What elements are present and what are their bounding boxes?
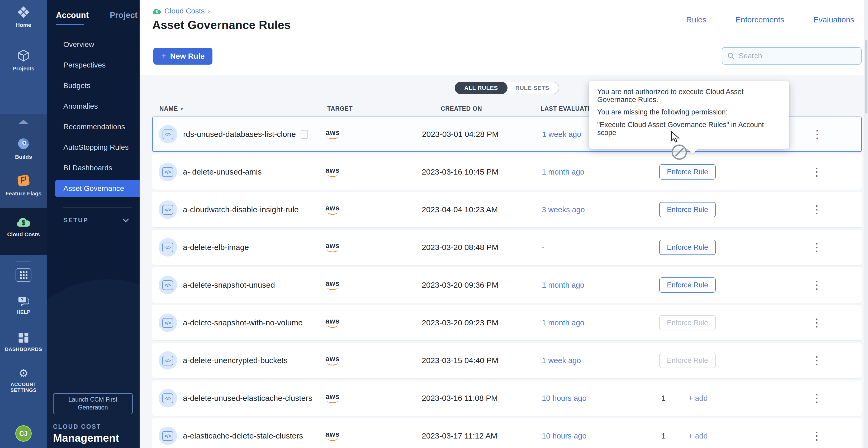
last-evaluation-link[interactable]: 1 month ago (542, 318, 659, 327)
new-rule-button[interactable]: + New Rule (153, 48, 212, 65)
toggle-rule-sets[interactable]: RULE SETS (498, 82, 559, 94)
last-evaluation-link[interactable]: 10 hours ago (542, 432, 659, 440)
table-row[interactable]: </> a-elasticache-delete-stale-clusters … (152, 418, 862, 448)
page-title: Asset Governance Rules (152, 19, 291, 32)
svg-text:?: ? (21, 298, 24, 302)
table-row[interactable]: </> a-delete-elb-image aws 2023-03-20 08… (152, 230, 862, 265)
module-eyebrow: CLOUD COST (53, 423, 133, 430)
row-menu-kebab-icon[interactable]: ⋮ (808, 317, 826, 328)
rule-name: a-delete-elb-image (183, 243, 249, 252)
sidebar-item-budgets[interactable]: Budgets (47, 75, 140, 96)
rule-icon: </> (159, 125, 177, 143)
table-row[interactable]: </> a- delete-unused-amis aws 2023-03-16… (152, 154, 862, 189)
created-on-value: 2023-03-16 10:45 PM (422, 167, 542, 176)
enforce-rule-button[interactable]: Enforce Rule (659, 164, 716, 179)
table-row[interactable]: </> a-cloudwatch-disable-insight-rule aw… (152, 192, 862, 227)
sidebar-item-autostopping-rules[interactable]: AutoStopping Rules (47, 137, 140, 158)
aws-logo-icon: aws (326, 242, 340, 252)
user-avatar[interactable]: CJ (15, 425, 32, 442)
enforce-rule-button[interactable]: Enforce Rule (659, 277, 716, 293)
row-menu-kebab-icon[interactable]: ⋮ (808, 242, 826, 253)
add-enforcement-link[interactable]: + add (688, 394, 708, 403)
nav-link-evaluations[interactable]: Evaluations (813, 15, 854, 24)
rule-name: a-delete-snapshot-with-no-volume (183, 318, 303, 327)
column-header-name[interactable]: NAME ▾ (159, 105, 327, 112)
rail-item-cloud-costs[interactable]: $ Cloud Costs (7, 216, 40, 238)
aws-logo-text: aws (326, 280, 340, 287)
table-row[interactable]: </> a-delete-snapshot-unused aws 2023-03… (152, 267, 862, 303)
sidebar-item-recommendations[interactable]: Recommendations (47, 116, 140, 137)
sidebar-item-bi-dashboards[interactable]: BI Dashboards (47, 158, 140, 178)
enforcement-count: 1 (661, 432, 665, 440)
row-menu-kebab-icon[interactable]: ⋮ (808, 129, 826, 140)
created-on-value: 2023-03-15 04:40 PM (422, 356, 542, 365)
table-row[interactable]: </> a-delete-unused-elasticache-clusters… (152, 380, 862, 416)
rail-item-dashboards[interactable]: DASHBOARDS (5, 332, 42, 352)
last-evaluation-link[interactable]: 1 month ago (542, 168, 659, 176)
nav-link-enforcements[interactable]: Enforcements (736, 15, 784, 24)
toggle-all-rules[interactable]: ALL RULES (455, 82, 507, 94)
created-on-value: 2023-03-20 09:36 PM (422, 281, 542, 289)
rule-name: rds-unused-databases-list-clone (183, 130, 296, 139)
enforce-rule-button[interactable]: Enforce Rule (659, 353, 716, 368)
enforce-rule-button[interactable]: Enforce Rule (659, 315, 716, 331)
avatar-initials: CJ (19, 430, 28, 438)
scope-tabs: Account Project (47, 0, 140, 25)
row-menu-kebab-icon[interactable]: ⋮ (808, 430, 826, 441)
rail-item-projects[interactable]: Projects (13, 49, 35, 72)
launch-ccm-first-gen-button[interactable]: Launch CCM First Generation (53, 393, 133, 414)
row-menu-kebab-icon[interactable]: ⋮ (808, 166, 826, 177)
svg-text:$: $ (22, 219, 25, 226)
last-evaluation-link[interactable]: 1 month ago (542, 281, 659, 289)
row-menu-kebab-icon[interactable]: ⋮ (808, 204, 826, 215)
last-evaluation-link[interactable]: 10 hours ago (542, 394, 659, 403)
row-menu-kebab-icon[interactable]: ⋮ (808, 279, 826, 290)
sidebar-item-asset-governance[interactable]: Asset Governance (55, 180, 140, 197)
nav-link-rules[interactable]: Rules (686, 15, 707, 24)
aws-smile-swoosh (327, 363, 338, 366)
rule-icon: </> (159, 389, 177, 407)
rail-item-builds[interactable]: Builds (15, 137, 32, 160)
toolbar: + New Rule (140, 38, 868, 75)
rule-icon: </> (159, 200, 177, 219)
last-evaluation-link[interactable]: 3 weeks ago (542, 205, 659, 214)
governance-nav: Rules Enforcements Evaluations (686, 15, 854, 24)
tab-project[interactable]: Project (110, 10, 137, 25)
page-scrollbar[interactable] (864, 0, 868, 448)
cloud-costs-sidebar: Account Project Overview Perspectives Bu… (47, 0, 140, 448)
aws-logo-text: aws (326, 242, 340, 249)
row-menu-kebab-icon[interactable]: ⋮ (808, 355, 826, 366)
row-menu-kebab-icon[interactable]: ⋮ (808, 392, 826, 404)
table-row[interactable]: </> a-delete-unencrypted-buckets aws 202… (152, 343, 862, 378)
search-input[interactable] (739, 52, 857, 60)
sidebar-item-overview[interactable]: Overview (47, 34, 140, 55)
rail-item-feature-flags[interactable]: Feature Flags (5, 173, 42, 197)
rule-icon: </> (159, 238, 177, 256)
table-row[interactable]: </> a-delete-snapshot-with-no-volume aws… (152, 305, 862, 340)
tooltip-line: You are missing the following permission… (597, 108, 781, 116)
builds-icon (17, 137, 31, 151)
copy-icon[interactable] (301, 130, 308, 139)
last-evaluation-link[interactable]: 1 week ago (542, 356, 659, 365)
rail-item-account-settings[interactable]: ⚙ ACCOUNT SETTINGS (4, 368, 43, 394)
setup-section-toggle[interactable]: SETUP (47, 208, 140, 224)
tab-account[interactable]: Account (56, 10, 89, 25)
sidebar-item-anomalies[interactable]: Anomalies (47, 96, 140, 116)
scrollbar-thumb[interactable] (865, 40, 867, 113)
enforce-rule-button[interactable]: Enforce Rule (659, 240, 716, 255)
sidebar-item-perspectives[interactable]: Perspectives (47, 55, 140, 75)
enforce-rule-button[interactable]: Enforce Rule (659, 202, 716, 217)
module-picker-button[interactable] (16, 268, 31, 282)
rail-label: Cloud Costs (7, 231, 40, 238)
breadcrumb-link-cloud-costs[interactable]: Cloud Costs (164, 7, 205, 15)
rail-item-help[interactable]: ? HELP (17, 296, 31, 315)
add-enforcement-link[interactable]: + add (688, 432, 708, 440)
rail-divider (16, 262, 31, 262)
rail-collapse-toggle[interactable] (0, 114, 47, 129)
rule-code-glyph: </> (162, 318, 173, 328)
collapse-arrow-icon (19, 120, 28, 124)
rail-item-home[interactable]: Home (16, 5, 31, 28)
rules-view-toggle: ALL RULES RULE SETS (455, 82, 559, 94)
aws-smile-swoosh (327, 438, 338, 441)
rule-icon: </> (159, 276, 177, 294)
